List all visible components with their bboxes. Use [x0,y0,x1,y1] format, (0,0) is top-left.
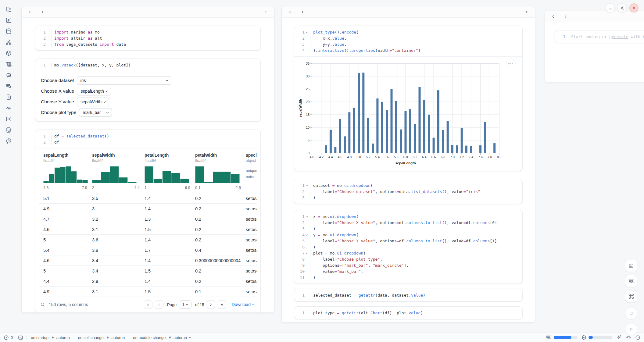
svg-text:6.6: 6.6 [431,155,436,159]
empty-code-cell[interactable]: 1 Start coding or generate with AI [555,30,644,43]
outline-search-icon [5,83,12,89]
chevron-right-icon[interactable] [38,8,46,16]
status-bar: 0 on startup:autorunon cell change:autor… [0,333,644,342]
run-button[interactable] [625,323,637,335]
code-editor[interactable]: 1plot_type = getattr(alt.Chart(df), plot… [294,307,522,319]
terminal-icon[interactable] [18,335,23,340]
column-header[interactable]: sepalLengthfloat644.37.9 [43,153,92,190]
table-cell: 0.4 [195,248,246,253]
autorun-config[interactable]: on cell change:autorun [74,335,129,340]
svg-text:7.4: 7.4 [469,155,474,159]
table-cell: 3.4 [92,258,145,263]
sidebar-item-logs[interactable] [3,59,14,69]
sidebar-item-functions[interactable] [3,15,14,26]
autorun-settings: on startup:autorunon cell change:autorun… [27,335,196,340]
table-cell: setosa [246,248,257,253]
chevron-right-icon[interactable] [298,8,306,16]
sidebar-item-ai-chat[interactable] [3,69,14,80]
table-cell: 3.2 [92,217,145,222]
code-editor[interactable]: 1df = selected_dataset()2df [35,130,260,148]
code-editor[interactable]: 1mo.vstack([dataset, x, y, plot]) [35,59,260,71]
column-header[interactable]: sepalWidthfloat6424.4 [92,153,145,190]
table-cell: setosa [246,196,257,201]
chevron-left-icon[interactable] [549,12,557,20]
search-icon[interactable] [40,302,45,307]
column-header[interactable]: speciesobjectuniquenulls: [246,153,257,190]
next-page-button[interactable] [207,300,215,309]
code-editor[interactable]: 1import marimo as mo2import altair as al… [35,26,260,50]
add-cell-icon[interactable] [523,8,531,16]
column-header[interactable]: petalLengthfloat6416.9 [145,153,195,190]
chevron-left-icon[interactable] [26,8,34,16]
logs-icon [5,61,12,67]
prev-page-button[interactable] [155,300,163,309]
svg-text:5.6: 5.6 [385,155,389,159]
error-indicator[interactable]: 0 [4,335,13,340]
code-editor[interactable]: 1selected_dataset = getattr(data, datase… [294,289,522,301]
menu-icon [608,6,613,10]
sidebar-item-packages[interactable] [3,48,14,59]
table-row: 4.63.41.40.30000000000000004setosa [39,255,257,266]
sidebar-item-tracing[interactable] [3,102,14,113]
autorun-config[interactable]: on startup:autorun [27,335,74,340]
dropdown-row: Choose X valuesepalLength [41,86,255,96]
sidebar-item-dependencies[interactable] [3,37,14,48]
page-select[interactable]: 1 [179,300,191,309]
table-cell: 1.4 [145,196,195,201]
table-row: 4.931.40.2setosa [39,204,257,214]
sidebar-item-snippets[interactable] [3,113,14,124]
table-cell: 3.1 [92,289,145,294]
ai-sparkles-icon[interactable] [616,335,622,340]
dropdown-select[interactable]: sepalWidth [77,98,109,106]
layout-icon [628,278,634,284]
close-button[interactable] [629,3,639,12]
chevron-right-icon[interactable] [561,12,569,20]
svg-text:4.6: 4.6 [338,155,342,159]
sidebar-item-help[interactable] [3,135,14,146]
chevron-left-icon[interactable] [286,8,294,16]
code-editor[interactable]: 1dataset = mo.ui.dropdown(2 label="Choos… [294,179,522,204]
autorun-config[interactable]: on module change:autorun [129,335,196,340]
dropdown-select[interactable]: mark_bar [79,108,112,117]
code-editor[interactable]: 1x = mo.ui.dropdown(2 label="Choose X va… [294,210,522,283]
layout-button[interactable] [625,275,637,287]
panel-nav [22,6,274,18]
sidebar-item-outline-search[interactable] [3,80,14,91]
sidebar-item-file-explorer[interactable] [3,4,14,15]
last-page-button[interactable] [218,300,226,309]
svg-text:35: 35 [306,62,309,65]
keyboard-shortcuts-button[interactable] [625,290,637,302]
generate-link[interactable]: generate [609,34,628,39]
cpu-icon [581,335,587,340]
svg-text:4.2: 4.2 [319,155,324,159]
sidebar-item-scratchpad[interactable] [3,124,14,135]
code-line: 6) [297,244,518,250]
panel-nav [545,11,644,22]
download-button[interactable]: Download [232,302,255,307]
column-header[interactable]: petalWidthfloat640.12.5 [195,153,246,190]
column-histogram [145,166,195,184]
dropdown-select[interactable]: iris [77,76,171,85]
menu-button[interactable] [606,3,615,12]
add-cell-icon[interactable] [262,8,270,16]
table-cell: 0.1 [195,289,246,294]
code-line: 9 options=["mark_bar", "mark_circle"], [297,262,518,269]
chart-output: 4.04.24.44.64.85.05.25.45.65.86.06.26.46… [294,56,522,171]
chart-menu-button[interactable] [506,59,516,68]
stop-button[interactable] [625,307,637,319]
table-cell: 0.2 [195,269,246,273]
notebook-column-right: 1 Start coding or generate with AI [545,11,644,82]
scratchpad-icon [5,127,12,133]
sidebar-item-documentation[interactable] [3,91,14,102]
save-button[interactable] [625,260,637,272]
settings-button[interactable] [617,3,627,12]
table-cell: 1.5 [145,289,195,294]
dropdown-row: Choose datasetiris [41,75,255,86]
code-editor[interactable]: 1plot_type().encode(2 x=x.value,3 y=y.va… [294,26,522,56]
dropdown-label: Choose plot type [41,110,76,115]
first-page-button[interactable] [144,300,152,309]
bar-chart[interactable]: 4.04.24.44.64.85.05.25.45.65.86.06.26.46… [298,60,503,167]
sidebar-item-datasources[interactable] [3,26,14,37]
code-line: 7plot = mo.ui.dropdown( [297,250,518,256]
dropdown-select[interactable]: sepalLength [77,87,111,95]
